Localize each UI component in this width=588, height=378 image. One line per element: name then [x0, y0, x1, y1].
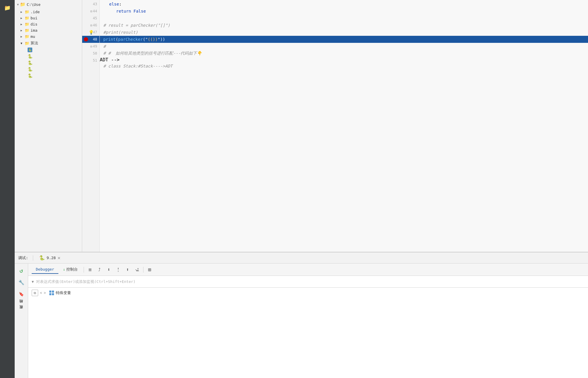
debug-tab-close[interactable]: ✕ — [58, 255, 60, 261]
toolbar-btn-stepinto[interactable]: ⬇ — [105, 266, 113, 274]
breakpoint-48 — [84, 37, 88, 41]
debugger-label: 调试: — [18, 255, 33, 261]
sidebar-file-1[interactable]: 🐍 — [15, 47, 82, 53]
variables-row-special[interactable]: ⧉ < > 特殊变量 — [28, 289, 588, 297]
line-43: 43 — [82, 1, 99, 8]
sidebar-item-suanfa[interactable]: ▼ 📁 算法 — [15, 40, 82, 47]
debug-file-name: 9.28 — [47, 256, 56, 260]
expression-input[interactable]: 对表达式求值(Enter)或添加监视(Ctrl+Shift+Enter) — [36, 279, 584, 284]
sidebar-item-bui[interactable]: ▶ 📁 bui — [15, 15, 82, 21]
leftmost-activity-bar: 📁 — [0, 0, 15, 378]
sidebar-file-5[interactable]: 🐍 — [15, 72, 82, 79]
sidebar-item-mu[interactable]: ▶ 📁 mu — [15, 33, 82, 40]
tab-debugger[interactable]: Debugger — [32, 265, 58, 274]
expression-expand[interactable]: ▼ — [32, 280, 34, 284]
special-vars-label: 特殊变量 — [56, 290, 71, 296]
folder-bui-label: bui — [31, 16, 37, 20]
line-48: 48 — [82, 36, 99, 43]
code-editor: 43 ⊟ 44 45 ⊟ — [82, 0, 588, 252]
line-51: 51 — [82, 57, 99, 64]
tab-console[interactable]: ↓ 控制台 — [59, 265, 82, 274]
sidebar-item-dis[interactable]: ▶ 📁 dis — [15, 21, 82, 27]
copy-icon: ⧉ — [32, 290, 38, 296]
folder-mu-label: mu — [31, 34, 35, 39]
code-line-50: # # 如何给其他类型的括号进行匹配---代码如下👇 — [100, 50, 588, 57]
sidebar-file-4[interactable]: 🐍 — [15, 66, 82, 72]
toolbar-btn-grid[interactable]: ⊞ — [146, 266, 154, 274]
line-44: ⊟ 44 — [82, 8, 99, 15]
line-45: 45 — [82, 15, 99, 22]
folder-ima-label: ima — [31, 28, 37, 33]
sidebar-item-ide[interactable]: ▶ 📁 .ide — [15, 9, 82, 15]
code-line-48: print(parChecker("(())")) — [100, 36, 588, 43]
nav-left[interactable]: < — [40, 291, 42, 295]
breakpoints-label[interactable]: 断点 — [18, 310, 25, 313]
line-numbers: 43 ⊟ 44 45 ⊟ — [82, 0, 100, 252]
toolbar-separator-2 — [143, 267, 143, 273]
debugger-panel: 调试: 🐍 9.28 ✕ ↺ 🔧 🔖 结构 — [15, 252, 588, 378]
code-line-47: #print(result) — [100, 29, 588, 36]
sidebar-item-ima[interactable]: ▶ 📁 ima — [15, 27, 82, 33]
side-actions-panel: ↺ 🔧 🔖 结构 断点 — [15, 264, 28, 378]
folder-icon[interactable]: 📁 — [2, 2, 13, 13]
folder-suanfa-label: 算法 — [31, 41, 38, 46]
code-lines-container: else: return False # r — [100, 0, 588, 252]
folder-dis-label: dis — [31, 22, 37, 26]
toolbar-btn-menu[interactable]: ≡ — [86, 266, 94, 274]
sidebar-file-3[interactable]: 🐍 — [15, 60, 82, 66]
code-line-51: # class Stack:#Stack---->ADT — [100, 63, 588, 70]
debugger-body: ↺ 🔧 🔖 结构 断点 Debugger — [15, 264, 588, 378]
debug-filename-tab[interactable]: 🐍 9.28 ✕ — [39, 255, 60, 261]
line-46: ⊟ 46 — [82, 22, 99, 29]
bookmark-button[interactable]: 🔖 — [17, 289, 26, 299]
file-tree-sidebar: ▼ 📁 C:\Use ▶ 📁 .ide ▶ 📁 bui — [15, 0, 82, 252]
debug-toolbar-top: Debugger ↓ 控制台 ≡ ⤴ ⬇ — [28, 264, 588, 276]
toolbar-btn-stepover[interactable]: ⤴ — [95, 266, 104, 274]
settings-button[interactable]: 🔧 — [17, 278, 26, 287]
code-line-46: # result = parChecker("[]") — [100, 22, 588, 29]
code-line-45 — [100, 15, 588, 22]
debugger-tab-bar: 调试: 🐍 9.28 ✕ — [15, 252, 588, 264]
code-line-49: # — [100, 43, 588, 50]
nav-right[interactable]: > — [44, 291, 46, 295]
structure-label[interactable]: 结构 — [18, 304, 25, 308]
debug-main-content: Debugger ↓ 控制台 ≡ ⤴ ⬇ — [28, 264, 588, 378]
folder-ide-label: .ide — [31, 10, 40, 14]
toolbar-btn-run-cursor[interactable]: ⬆ — [124, 266, 132, 274]
root-folder-label: C:\Use — [27, 2, 40, 7]
line-47: 💡 47 — [82, 29, 99, 36]
toolbar-separator-1 — [84, 267, 84, 273]
sidebar-root[interactable]: ▼ 📁 C:\Use — [15, 0, 82, 9]
toolbar-btn-evaluate[interactable]: ↘I — [133, 266, 141, 274]
toolbar-btn-stepout[interactable]: ⬇↓ — [114, 266, 122, 274]
line-49: ⊟ 49 — [82, 43, 99, 50]
expression-bar: ▼ 对表达式求值(Enter)或添加监视(Ctrl+Shift+Enter) — [28, 276, 588, 288]
var-grid-icon — [49, 291, 54, 295]
code-line-44: return False — [100, 8, 588, 15]
restart-button[interactable]: ↺ — [17, 266, 26, 275]
variables-panel: ⧉ < > 特殊变量 — [28, 288, 588, 378]
code-line-43: else: — [100, 1, 588, 8]
sidebar-file-2[interactable]: 🐍 — [15, 53, 82, 60]
line-50: 50 — [82, 50, 99, 57]
